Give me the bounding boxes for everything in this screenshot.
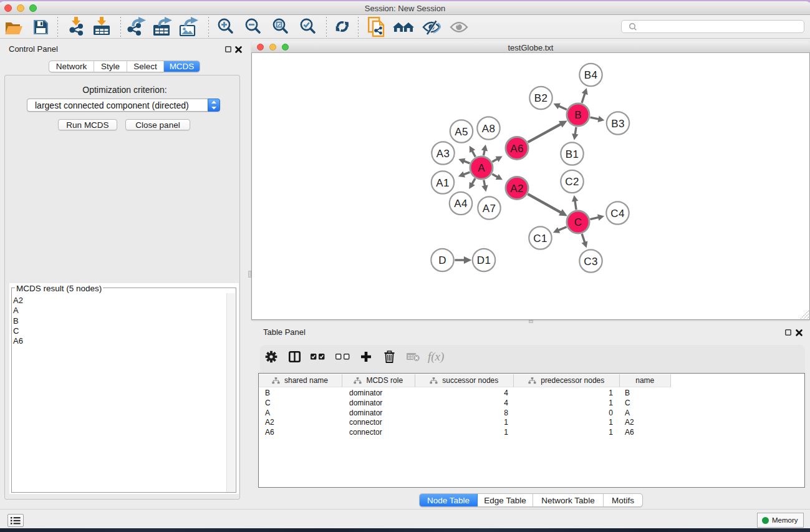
svg-text:B3: B3 [611,118,625,130]
svg-text:B: B [574,109,582,121]
svg-text:A1: A1 [436,177,450,189]
svg-text:D: D [438,254,446,266]
svg-text:B2: B2 [534,92,548,104]
svg-text:A6: A6 [510,143,524,155]
svg-text:D1: D1 [477,254,491,266]
svg-text:A5: A5 [455,126,468,138]
svg-text:C4: C4 [610,208,625,220]
svg-text:A2: A2 [510,183,524,195]
svg-text:A4: A4 [454,198,468,210]
svg-text:B4: B4 [584,69,598,81]
svg-text:B1: B1 [566,148,579,160]
svg-text:C2: C2 [565,176,579,188]
svg-text:C1: C1 [533,233,547,244]
svg-text:A3: A3 [436,148,450,160]
svg-text:A7: A7 [483,203,496,215]
svg-text:A8: A8 [482,123,496,135]
svg-text:C: C [574,216,582,228]
svg-text:A: A [478,162,485,174]
svg-text:C3: C3 [584,256,598,268]
